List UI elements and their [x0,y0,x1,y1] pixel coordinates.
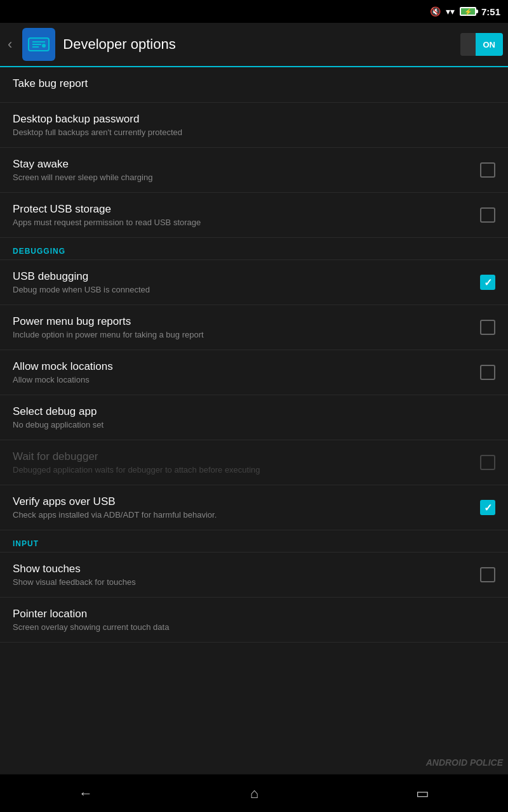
setting-subtitle-stay-awake: Screen will never sleep while charging [13,173,480,182]
checkbox-power-menu-bug[interactable] [480,320,495,335]
setting-title-desktop-backup: Desktop backup password [13,113,495,126]
setting-item-stay-awake[interactable]: Stay awakeScreen will never sleep while … [0,148,508,193]
mute-icon: 🔇 [430,6,441,16]
toggle-on-label: ON [476,33,504,56]
setting-subtitle-verify-apps-usb: Check apps installed via ADB/ADT for har… [13,510,480,520]
setting-text-verify-apps-usb: Verify apps over USBCheck apps installed… [13,495,480,520]
setting-subtitle-mock-locations: Allow mock locations [13,375,480,384]
status-time: 7:51 [481,6,500,17]
setting-subtitle-wait-debugger: Debugged application waits for debugger … [13,465,480,475]
svg-point-4 [42,44,46,48]
battery-icon: ⚡ [460,7,476,16]
settings-list: Take bug reportDesktop backup passwordDe… [0,67,508,643]
setting-subtitle-usb-debugging: Debug mode when USB is connected [13,285,480,294]
setting-item-show-touches[interactable]: Show touchesShow visual feedback for tou… [0,553,508,598]
setting-title-pointer-location: Pointer location [13,608,495,620]
setting-subtitle-protect-usb: Apps must request permission to read USB… [13,218,480,227]
app-bar: ‹ Developer options ON [0,23,508,67]
setting-text-usb-debugging: USB debuggingDebug mode when USB is conn… [13,270,480,294]
checkbox-verify-apps-usb[interactable] [480,500,495,515]
setting-item-wait-debugger[interactable]: Wait for debuggerDebugged application wa… [0,440,508,485]
wifi-icon: ▾▾ [446,6,455,16]
checkbox-show-touches[interactable] [480,567,495,582]
setting-text-pointer-location: Pointer locationScreen overlay showing c… [13,608,495,632]
nav-bar: ← ⌂ ▭ [0,774,508,812]
checkbox-mock-locations[interactable] [480,365,495,380]
setting-text-desktop-backup: Desktop backup passwordDesktop full back… [13,113,495,137]
setting-title-wait-debugger: Wait for debugger [13,450,480,463]
setting-item-bug-report[interactable]: Take bug report [0,67,508,103]
setting-title-select-debug-app: Select debug app [13,405,495,418]
setting-text-protect-usb: Protect USB storageApps must request per… [13,203,480,227]
status-bar: 🔇 ▾▾ ⚡ 7:51 [0,0,508,23]
setting-text-mock-locations: Allow mock locationsAllow mock locations [13,360,480,384]
checkbox-stay-awake[interactable] [480,162,495,178]
setting-title-power-menu-bug: Power menu bug reports [13,315,480,328]
section-header-section-debugging: DEBUGGING [0,238,508,260]
back-arrow-icon[interactable]: ‹ [5,34,15,55]
developer-toggle[interactable]: ON [460,33,504,56]
setting-title-usb-debugging: USB debugging [13,270,480,283]
setting-text-show-touches: Show touchesShow visual feedback for tou… [13,563,480,587]
setting-subtitle-show-touches: Show visual feedback for touches [13,577,480,587]
setting-title-protect-usb: Protect USB storage [13,203,480,216]
setting-subtitle-desktop-backup: Desktop full backups aren't currently pr… [13,128,495,137]
setting-title-verify-apps-usb: Verify apps over USB [13,495,480,508]
setting-text-bug-report: Take bug report [13,77,495,92]
setting-title-stay-awake: Stay awake [13,158,480,171]
recents-nav-button[interactable]: ▭ [401,780,444,807]
checkbox-usb-debugging[interactable] [480,275,495,290]
setting-subtitle-power-menu-bug: Include option in power menu for taking … [13,330,480,339]
setting-item-mock-locations[interactable]: Allow mock locationsAllow mock locations [0,350,508,395]
toggle-off-label [460,33,476,56]
setting-subtitle-select-debug-app: No debug application set [13,420,495,429]
setting-item-power-menu-bug[interactable]: Power menu bug reportsInclude option in … [0,305,508,350]
setting-item-protect-usb[interactable]: Protect USB storageApps must request per… [0,193,508,238]
setting-text-power-menu-bug: Power menu bug reportsInclude option in … [13,315,480,339]
setting-title-show-touches: Show touches [13,563,480,575]
setting-item-verify-apps-usb[interactable]: Verify apps over USBCheck apps installed… [0,485,508,530]
developer-options-icon [22,28,55,61]
setting-title-mock-locations: Allow mock locations [13,360,480,373]
setting-item-desktop-backup[interactable]: Desktop backup passwordDesktop full back… [0,103,508,148]
battery-bolt: ⚡ [464,8,472,15]
settings-content: Take bug reportDesktop backup passwordDe… [0,67,508,774]
back-nav-button[interactable]: ← [64,780,108,807]
setting-subtitle-pointer-location: Screen overlay showing current touch dat… [13,622,495,632]
setting-text-wait-debugger: Wait for debuggerDebugged application wa… [13,450,480,475]
setting-item-pointer-location[interactable]: Pointer locationScreen overlay showing c… [0,598,508,643]
page-title: Developer options [63,36,452,53]
setting-text-select-debug-app: Select debug appNo debug application set [13,405,495,429]
setting-item-usb-debugging[interactable]: USB debuggingDebug mode when USB is conn… [0,260,508,305]
home-nav-button[interactable]: ⌂ [235,780,274,807]
setting-title-bug-report: Take bug report [13,77,495,90]
checkbox-protect-usb[interactable] [480,207,495,223]
section-header-section-input: INPUT [0,530,508,553]
setting-item-select-debug-app[interactable]: Select debug appNo debug application set [0,395,508,440]
setting-text-stay-awake: Stay awakeScreen will never sleep while … [13,158,480,182]
checkbox-wait-debugger[interactable] [480,455,495,470]
